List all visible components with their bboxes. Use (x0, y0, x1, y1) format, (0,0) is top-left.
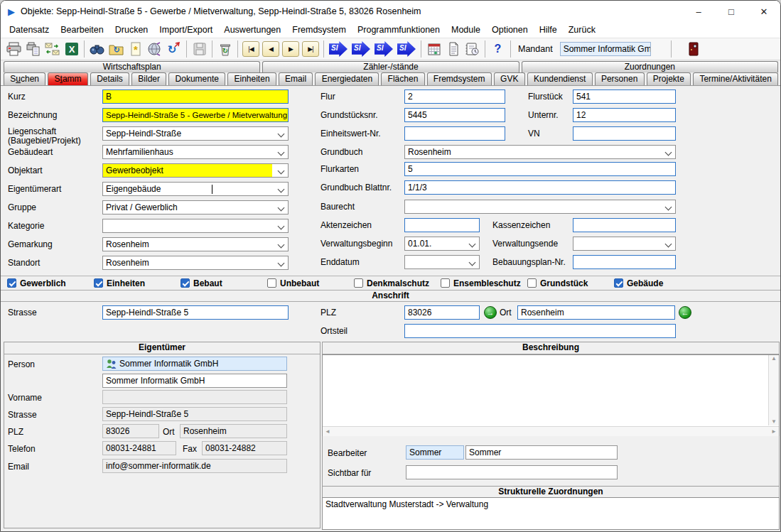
gewerblich-checkbox-box[interactable] (7, 278, 16, 288)
tab-kundendienst[interactable]: Kundendienst (527, 72, 593, 85)
save-icon[interactable] (190, 40, 209, 58)
ort-lookup-button[interactable]: ← (679, 306, 691, 319)
checkbox-unbebaut[interactable]: Unbebaut (267, 278, 354, 288)
ensembleschutz-checkbox-box[interactable] (441, 278, 450, 288)
beschreibung-hscrollbar[interactable]: ◄ ► (323, 426, 779, 436)
minimize-button[interactable]: – (682, 1, 715, 22)
anschrift-strasse-input[interactable]: Sepp-Heindl-Straße 5 (102, 305, 289, 320)
checkbox-denkmalschutz[interactable]: Denkmalschutz (354, 278, 441, 288)
last-record-button[interactable]: ▶| (302, 41, 319, 57)
bebauungsplan-input[interactable] (573, 255, 676, 269)
kategorie-select[interactable] (102, 219, 289, 233)
scroll-left-icon[interactable]: ◄ (325, 428, 330, 435)
document-icon[interactable] (443, 40, 463, 58)
print-preview-icon[interactable] (23, 40, 43, 58)
tab-stamm[interactable]: Stamm (48, 72, 88, 85)
close-button[interactable]: ✕ (748, 1, 780, 22)
tab-personen[interactable]: Personen (595, 72, 645, 85)
beschreibung-textarea[interactable] (322, 354, 780, 436)
tab-fremdsystem[interactable]: Fremdsystem (427, 72, 492, 85)
checkbox-gewerblich[interactable]: Gewerblich (7, 278, 94, 288)
tab-projekte[interactable]: Projekte (647, 72, 691, 85)
menu-auswertungen[interactable]: Auswertungen (218, 25, 286, 35)
denkmalschutz-checkbox-box[interactable] (354, 278, 363, 288)
liegenschaft-select[interactable]: Sepp-Heindl-Straße (102, 126, 289, 141)
checkbox-grundstueck[interactable]: Grundstück (527, 278, 614, 288)
si-module-4-icon[interactable]: SI (397, 41, 416, 57)
standort-select[interactable]: Rosenheim (102, 256, 289, 270)
new-document-icon[interactable]: * (126, 40, 145, 58)
plz-lookup-button[interactable]: → (484, 306, 497, 319)
exit-door-icon[interactable] (684, 40, 704, 58)
tabgroup-zaehlerstaende[interactable]: Zähler-/stände (262, 61, 519, 72)
flurstueck-input[interactable]: 541 (573, 89, 676, 104)
gebaeudeart-select[interactable]: Mehrfamilienhaus (102, 145, 289, 159)
tab-einheiten[interactable]: Einheiten (227, 72, 276, 85)
person-field[interactable]: Sommer Informatik GmbH (102, 357, 287, 371)
aktenzeichen-input[interactable] (404, 218, 480, 232)
gebaeude-checkbox-box[interactable] (614, 278, 623, 288)
excel-icon[interactable]: X (62, 40, 81, 58)
gruppe-select[interactable]: Privat / Gewerblich (102, 200, 289, 215)
address-book-icon[interactable] (463, 40, 482, 58)
zuordnungen-box[interactable]: Stadtverwaltung Musterstadt -> Verwaltun… (322, 497, 780, 530)
tab-bilder[interactable]: Bilder (131, 72, 166, 85)
folder-refresh-icon[interactable]: ↻ (107, 40, 126, 58)
menu-datensatz[interactable]: Datensatz (4, 25, 55, 35)
eigentuemer-name-field[interactable]: Sommer Informatik GmbH (102, 374, 287, 388)
previous-record-button[interactable]: ◀ (262, 41, 279, 57)
checkbox-ensembleschutz[interactable]: Ensembleschutz (441, 278, 527, 288)
si-module-2-icon[interactable]: SI (352, 41, 370, 57)
plz-input[interactable]: 83026 (404, 305, 480, 320)
first-record-button[interactable]: |◀ (242, 41, 259, 57)
tab-email[interactable]: Email (279, 72, 313, 85)
checkbox-einheiten[interactable]: Einheiten (94, 278, 181, 288)
unbebaut-checkbox-box[interactable] (267, 278, 276, 288)
eigentuemerart-select[interactable]: Eigengebäude (102, 182, 289, 196)
tab-termine[interactable]: Termine/Aktivitäten (693, 72, 778, 85)
vn-input[interactable] (573, 126, 676, 141)
grundbuch-select[interactable]: Rosenheim (404, 145, 676, 159)
kurz-input[interactable]: B (102, 89, 289, 104)
next-record-button[interactable]: ▶ (282, 41, 299, 57)
ort-input[interactable]: Rosenheim (517, 305, 675, 320)
grundstueck-checkbox-box[interactable] (527, 278, 537, 288)
bezeichnung-input[interactable]: Sepp-Heindl-Straße 5 - Gewerbe / Mietver… (102, 108, 289, 122)
checkbox-gebaeude[interactable]: Gebäude (614, 278, 701, 288)
refresh-data-icon[interactable]: ↻ (164, 40, 183, 58)
tab-gvk[interactable]: GVK (494, 72, 525, 85)
bearbeiter-field-2[interactable]: Sommer (465, 445, 618, 460)
objektart-select[interactable]: Gewerbeobjekt (102, 163, 289, 178)
print-icon[interactable] (4, 40, 23, 58)
si-module-1-icon[interactable]: SI (329, 41, 348, 57)
tabgroup-wirtschaftsplan[interactable]: Wirtschaftsplan (4, 61, 260, 72)
scroll-down-icon[interactable]: ▼ (771, 418, 777, 425)
mandant-field[interactable]: Sommer Informatik GmbH (560, 42, 651, 56)
send-receive-icon[interactable] (43, 40, 62, 58)
tab-suchen[interactable]: Suchen (4, 72, 45, 85)
si-module-3-icon[interactable]: SI (375, 41, 393, 57)
unternr-input[interactable]: 12 (573, 108, 676, 122)
einheiten-checkbox-box[interactable] (94, 278, 103, 288)
grundbuch-blattnr-input[interactable]: 1/1/3 (404, 180, 676, 195)
recycle-bin-icon[interactable]: ↻ (215, 40, 235, 58)
kassenzeichen-input[interactable] (573, 218, 676, 232)
web-globe-icon[interactable] (145, 40, 164, 58)
checkbox-bebaut[interactable]: Bebaut (181, 278, 267, 288)
tab-energiedaten[interactable]: Energiedaten (315, 72, 379, 85)
beschreibung-vscrollbar[interactable]: ▲ ▼ (768, 355, 779, 425)
maximize-button[interactable]: □ (715, 1, 748, 22)
menu-zurueck[interactable]: Zurück (563, 25, 601, 35)
tabgroup-zuordnungen[interactable]: Zuordnungen (522, 61, 778, 72)
help-icon[interactable]: ? (488, 40, 507, 58)
baurecht-select[interactable] (404, 200, 676, 214)
sichtbar-field[interactable] (406, 465, 618, 479)
enddatum-select[interactable] (404, 255, 480, 269)
tab-details[interactable]: Details (90, 72, 129, 85)
flur-input[interactable]: 2 (404, 89, 505, 104)
bearbeiter-field-1[interactable]: Sommer (406, 445, 464, 460)
menu-programmfunktionen[interactable]: Programmfunktionen (352, 25, 446, 35)
calendar-icon[interactable] (424, 40, 443, 58)
ortsteil-input[interactable] (404, 324, 676, 338)
search-binoculars-icon[interactable] (87, 40, 107, 58)
